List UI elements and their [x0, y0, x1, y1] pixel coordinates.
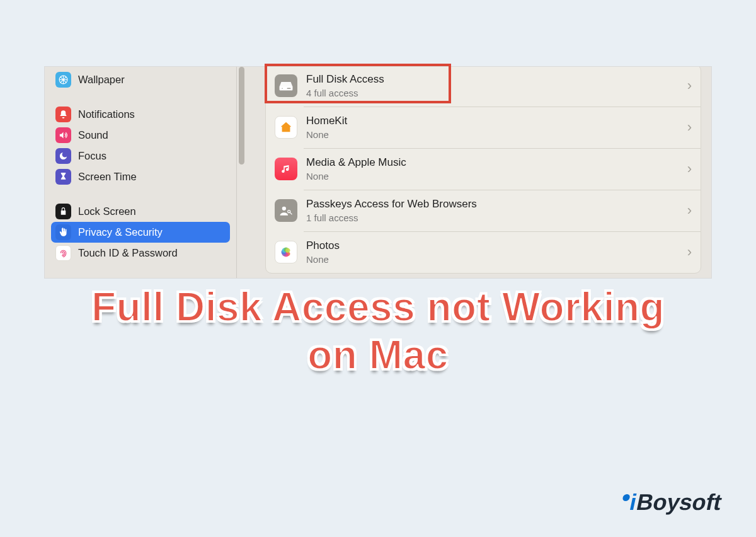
sidebar-item-screen-time[interactable]: Screen Time — [51, 166, 230, 187]
row-title: Photos — [306, 240, 682, 252]
disk-icon — [275, 74, 297, 97]
brand-rest: Boysoft — [634, 489, 724, 516]
sidebar-item-label: Privacy & Security — [78, 226, 163, 238]
moon-icon — [55, 148, 71, 164]
hand-icon — [55, 224, 71, 240]
row-subtitle: None — [306, 171, 682, 182]
chevron-right-icon: › — [687, 244, 692, 260]
bell-icon — [55, 107, 71, 122]
row-full-disk-access[interactable]: Full Disk Access 4 full access › — [266, 67, 701, 107]
hourglass-icon — [55, 169, 71, 185]
sidebar-gap — [51, 187, 230, 201]
row-text: Media & Apple Music None — [306, 156, 682, 181]
person-key-icon — [275, 199, 297, 222]
speaker-icon — [55, 127, 71, 143]
svg-point-9 — [288, 211, 290, 213]
chevron-right-icon: › — [687, 78, 692, 94]
privacy-panel: Full Disk Access 4 full access › HomeKit… — [265, 67, 701, 274]
sidebar-item-label: Sound — [78, 129, 108, 141]
row-text: HomeKit None — [306, 115, 682, 139]
sidebar-item-privacy-security[interactable]: Privacy & Security — [51, 222, 230, 243]
sidebar-item-label: Notifications — [78, 108, 135, 120]
sidebar-item-label: Lock Screen — [78, 205, 136, 217]
svg-point-8 — [282, 207, 286, 211]
row-media-apple-music[interactable]: Media & Apple Music None › — [266, 148, 701, 190]
headline-line-1: Full Disk Access not Working — [0, 285, 756, 330]
row-subtitle: 4 full access — [306, 88, 682, 98]
scrollbar-thumb[interactable] — [239, 67, 244, 165]
sidebar-item-wallpaper[interactable]: Wallpaper — [51, 69, 230, 90]
sidebar-item-notifications[interactable]: Notifications — [51, 104, 230, 125]
svg-rect-7 — [287, 88, 291, 89]
row-title: Media & Apple Music — [306, 156, 682, 169]
row-subtitle: None — [306, 129, 682, 140]
sidebar-item-focus[interactable]: Focus — [51, 146, 230, 166]
sidebar-gap — [51, 90, 230, 104]
row-passkeys-access[interactable]: Passkeys Access for Web Browsers 1 full … — [266, 190, 701, 231]
row-text: Photos None — [306, 240, 682, 264]
row-subtitle: None — [306, 254, 682, 265]
sidebar-item-label: Wallpaper — [78, 74, 125, 86]
sidebar-scrollbar[interactable] — [236, 67, 246, 278]
chevron-right-icon: › — [687, 119, 692, 136]
lock-icon — [55, 204, 71, 219]
photos-flower-icon — [275, 241, 297, 263]
sidebar-item-touch-id[interactable]: Touch ID & Password — [51, 243, 230, 263]
sidebar-item-label: Focus — [78, 150, 106, 162]
brand-logo: i Boysoft — [619, 489, 724, 516]
sidebar-list: Wallpaper Notifications Sound Focus — [45, 69, 236, 263]
row-photos[interactable]: Photos None › — [266, 231, 701, 273]
sidebar-item-label: Touch ID & Password — [78, 247, 178, 259]
wallpaper-icon — [55, 72, 71, 88]
row-title: HomeKit — [306, 115, 682, 127]
home-icon — [275, 116, 297, 139]
chevron-right-icon: › — [687, 161, 692, 177]
sidebar-item-lock-screen[interactable]: Lock Screen — [51, 201, 230, 222]
row-title: Passkeys Access for Web Browsers — [306, 198, 682, 211]
brand-dot-icon — [622, 494, 630, 501]
content-pane: Full Disk Access 4 full access › HomeKit… — [246, 67, 711, 278]
chevron-right-icon: › — [687, 202, 692, 219]
row-subtitle: 1 full access — [306, 212, 682, 223]
fingerprint-icon — [55, 245, 71, 261]
settings-window: Wallpaper Notifications Sound Focus — [44, 66, 712, 279]
sidebar-item-sound[interactable]: Sound — [51, 125, 230, 146]
row-homekit[interactable]: HomeKit None › — [266, 107, 701, 148]
preferences-sidebar: Wallpaper Notifications Sound Focus — [45, 67, 236, 278]
svg-point-6 — [282, 88, 283, 89]
row-title: Full Disk Access — [306, 73, 682, 86]
headline-line-2: on Mac — [0, 333, 756, 378]
row-text: Passkeys Access for Web Browsers 1 full … — [306, 198, 682, 222]
row-text: Full Disk Access 4 full access — [306, 73, 682, 98]
sidebar-item-label: Screen Time — [78, 171, 137, 183]
music-note-icon — [275, 158, 297, 180]
